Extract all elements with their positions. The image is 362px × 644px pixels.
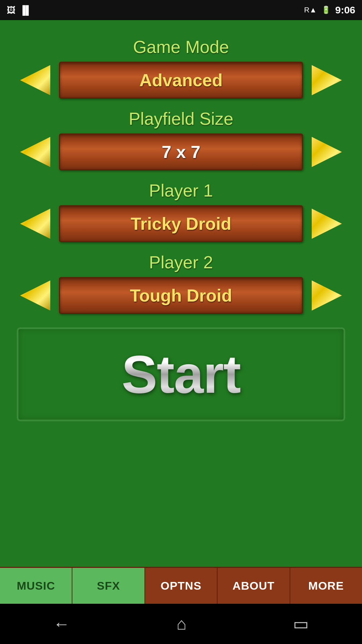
tab-optns-label: OPTNS bbox=[161, 579, 201, 592]
main-area: Game Mode Advanced Playfield Size 7 x 7 … bbox=[0, 20, 362, 567]
playfield-next-button[interactable] bbox=[308, 133, 345, 170]
left-arrow-icon bbox=[20, 280, 50, 311]
playfield-value-box: 7 x 7 bbox=[59, 133, 303, 170]
player2-value: Tough Droid bbox=[130, 285, 232, 306]
left-arrow-icon bbox=[20, 65, 50, 95]
right-arrow-icon bbox=[312, 65, 342, 95]
player1-next-button[interactable] bbox=[308, 205, 345, 242]
tab-bar: MUSIC SFX OPTNS ABOUT MORE bbox=[0, 567, 362, 604]
tab-about-label: ABOUT bbox=[232, 579, 275, 592]
right-arrow-icon bbox=[312, 209, 342, 239]
nav-bar: ← ⌂ ▭ bbox=[0, 604, 362, 644]
player1-value-box: Tricky Droid bbox=[59, 205, 303, 242]
player2-label: Player 2 bbox=[17, 252, 345, 272]
image-icon: 🖼 bbox=[7, 5, 15, 15]
tab-music-label: MUSIC bbox=[17, 579, 55, 592]
tab-more-label: MORE bbox=[308, 579, 344, 592]
recents-button[interactable]: ▭ bbox=[293, 614, 309, 634]
playfield-value: 7 x 7 bbox=[162, 142, 200, 162]
game-mode-label: Game Mode bbox=[17, 37, 345, 57]
status-bar-right: R▲ 🔋 9:06 bbox=[304, 4, 355, 16]
home-button[interactable]: ⌂ bbox=[176, 614, 186, 634]
status-bar-left: 🖼 ▐▌ bbox=[7, 5, 32, 15]
playfield-selector: 7 x 7 bbox=[17, 133, 345, 170]
game-mode-prev-button[interactable] bbox=[17, 62, 54, 99]
player2-prev-button[interactable] bbox=[17, 277, 54, 314]
player2-value-box: Tough Droid bbox=[59, 277, 303, 314]
tab-about[interactable]: ABOUT bbox=[218, 568, 290, 604]
status-time: 9:06 bbox=[335, 4, 355, 16]
game-mode-next-button[interactable] bbox=[308, 62, 345, 99]
signal-icon: R▲ bbox=[304, 6, 317, 14]
start-button[interactable]: Start bbox=[17, 327, 345, 421]
player1-value: Tricky Droid bbox=[131, 214, 232, 234]
game-mode-value-box: Advanced bbox=[59, 62, 303, 99]
left-arrow-icon bbox=[20, 209, 50, 239]
player1-prev-button[interactable] bbox=[17, 205, 54, 242]
left-arrow-icon bbox=[20, 137, 50, 167]
right-arrow-icon bbox=[312, 137, 342, 167]
player2-selector: Tough Droid bbox=[17, 277, 345, 314]
back-button[interactable]: ← bbox=[53, 614, 70, 634]
status-bar: 🖼 ▐▌ R▲ 🔋 9:06 bbox=[0, 0, 362, 20]
player1-selector: Tricky Droid bbox=[17, 205, 345, 242]
tab-music[interactable]: MUSIC bbox=[0, 568, 72, 604]
tab-sfx[interactable]: SFX bbox=[72, 568, 145, 604]
tab-more[interactable]: MORE bbox=[290, 568, 362, 604]
battery-icon: 🔋 bbox=[321, 6, 330, 14]
tab-optns[interactable]: OPTNS bbox=[145, 568, 218, 604]
barcode-icon: ▐▌ bbox=[19, 5, 32, 15]
game-mode-selector: Advanced bbox=[17, 62, 345, 99]
playfield-prev-button[interactable] bbox=[17, 133, 54, 170]
game-mode-value: Advanced bbox=[139, 70, 223, 90]
playfield-label: Playfield Size bbox=[17, 109, 345, 129]
right-arrow-icon bbox=[312, 280, 342, 311]
player1-label: Player 1 bbox=[17, 180, 345, 201]
start-label: Start bbox=[122, 343, 241, 405]
player2-next-button[interactable] bbox=[308, 277, 345, 314]
tab-sfx-label: SFX bbox=[97, 579, 120, 592]
